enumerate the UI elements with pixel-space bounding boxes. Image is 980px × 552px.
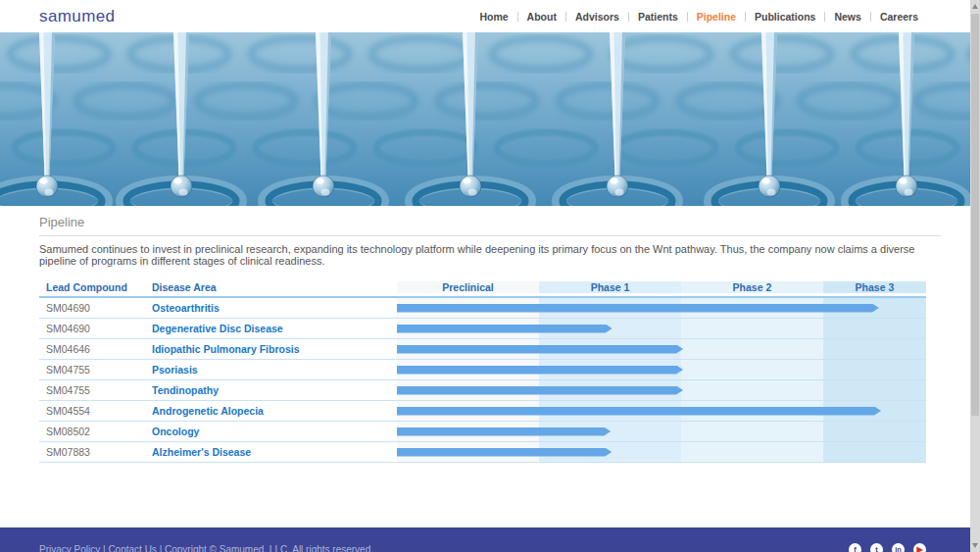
table-row: SM08502 Oncology — [39, 422, 926, 442]
col-header-disease-area: Disease Area — [152, 277, 397, 296]
main-content: Pipeline Samumed continues to invest in … — [0, 206, 980, 527]
lead-compound: SM04755 — [39, 360, 152, 379]
nav-item-patients[interactable]: Patients — [619, 11, 678, 23]
lead-compound: SM04755 — [39, 380, 152, 400]
phase-headers: Preclinical Phase 1 Phase 2 Phase 3 — [397, 277, 926, 296]
disease-link[interactable]: Androgenetic Alopecia — [152, 405, 264, 417]
footer-links[interactable]: Privacy Policy | Contact Us | Copyright … — [39, 544, 373, 552]
header: samumed Home About Advisors Patients Pip… — [0, 0, 970, 32]
linkedin-icon[interactable]: in — [892, 543, 905, 552]
table-row: SM04554 Androgenetic Alopecia — [39, 401, 926, 422]
pipeline-bar — [397, 448, 612, 457]
table-header-row: Lead Compound Disease Area Preclinical P… — [39, 277, 926, 298]
hero-image — [0, 32, 970, 206]
col-header-phase3: Phase 3 — [823, 281, 926, 293]
pipeline-bar — [397, 427, 611, 436]
nav-item-advisors[interactable]: Advisors — [557, 11, 619, 23]
table-row: SM04755 Tendinopathy — [39, 380, 926, 401]
facebook-icon[interactable]: f — [849, 543, 861, 552]
lead-compound: SM07883 — [39, 442, 152, 462]
nav-item-pipeline[interactable]: Pipeline — [678, 11, 736, 23]
nav-item-publications[interactable]: Publications — [736, 11, 815, 23]
scroll-up-arrow-icon[interactable] — [972, 4, 978, 9]
page-title: Pipeline — [39, 215, 941, 229]
col-header-phase1: Phase 1 — [539, 281, 681, 293]
footer: Privacy Policy | Contact Us | Copyright … — [0, 527, 970, 552]
scrollbar-thumb[interactable] — [971, 14, 979, 416]
pipeline-bar — [397, 325, 612, 333]
lead-compound: SM04554 — [39, 401, 152, 421]
disease-link[interactable]: Osteoarthritis — [152, 302, 220, 314]
scroll-down-arrow-icon[interactable] — [972, 543, 978, 548]
footer-social: f t in ▶ — [849, 543, 926, 552]
lead-compound: SM04690 — [39, 319, 152, 338]
col-header-phase2: Phase 2 — [681, 281, 823, 293]
pipeline-table: Lead Compound Disease Area Preclinical P… — [39, 277, 926, 463]
lead-compound: SM04646 — [39, 339, 152, 359]
nav-item-about[interactable]: About — [509, 11, 557, 23]
brand-logo[interactable]: samumed — [39, 7, 115, 26]
table-row: SM04690 Osteoarthritis — [39, 298, 926, 319]
disease-link[interactable]: Tendinopathy — [152, 384, 219, 396]
vertical-scrollbar[interactable] — [970, 0, 980, 552]
nav-item-careers[interactable]: Careers — [861, 11, 918, 23]
title-divider — [39, 235, 941, 236]
twitter-icon[interactable]: t — [870, 543, 883, 552]
pipeline-bar — [397, 386, 683, 395]
hero-droplets-illustration — [0, 32, 970, 206]
disease-link[interactable]: Alzheimer's Disease — [152, 446, 251, 458]
page-description: Samumed continues to invest in preclinic… — [39, 243, 941, 267]
disease-link[interactable]: Psoriasis — [152, 364, 198, 376]
lead-compound: SM04690 — [39, 298, 152, 318]
pipeline-bar — [397, 304, 879, 313]
lead-compound: SM08502 — [39, 422, 152, 441]
pipeline-bar — [397, 345, 683, 354]
youtube-icon[interactable]: ▶ — [913, 543, 926, 552]
nav-item-home[interactable]: Home — [479, 11, 508, 23]
col-header-lead-compound: Lead Compound — [39, 277, 152, 296]
disease-link[interactable]: Degenerative Disc Disease — [152, 323, 283, 334]
col-header-preclinical: Preclinical — [397, 281, 539, 293]
table-row: SM04755 Psoriasis — [39, 360, 926, 380]
table-row: SM04690 Degenerative Disc Disease — [39, 319, 926, 339]
table-row: SM04646 Idiopathic Pulmonary Fibrosis — [39, 339, 926, 360]
disease-link[interactable]: Oncology — [152, 426, 199, 437]
nav-item-news[interactable]: News — [815, 11, 860, 23]
table-row: SM07883 Alzheimer's Disease — [39, 442, 926, 463]
main-nav: Home About Advisors Patients Pipeline Pu… — [479, 11, 918, 23]
disease-link[interactable]: Idiopathic Pulmonary Fibrosis — [152, 343, 300, 355]
pipeline-bar — [397, 366, 683, 375]
pipeline-bar — [397, 407, 881, 416]
